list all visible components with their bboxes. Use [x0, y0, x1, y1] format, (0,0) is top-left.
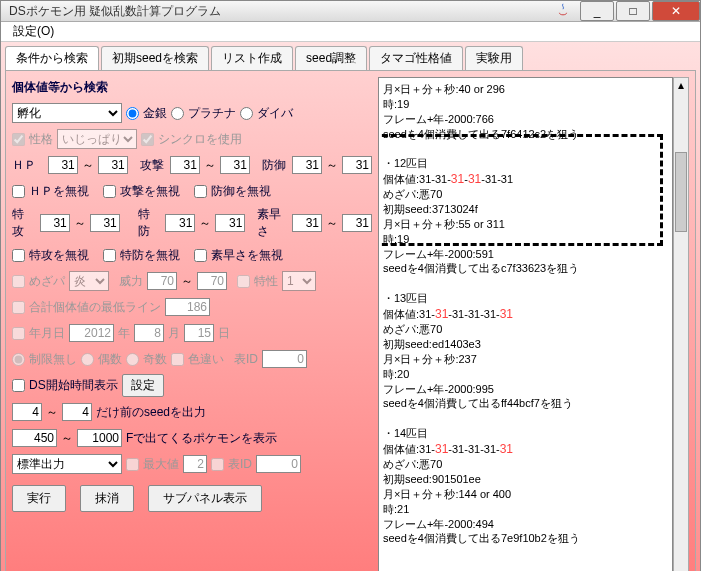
minimize-button[interactable]: _ — [580, 1, 614, 21]
section-heading: 個体値等から検索 — [12, 77, 372, 98]
ver-plat-label: プラチナ — [188, 105, 236, 122]
ability-label: 特性 — [254, 273, 278, 290]
ign-spe-label: 素早さを無視 — [211, 247, 283, 264]
seedbefore-a[interactable] — [12, 403, 42, 421]
output-select[interactable]: 標準出力 — [12, 454, 122, 474]
maximize-button[interactable]: □ — [616, 1, 650, 21]
tab-exp[interactable]: 実験用 — [465, 46, 523, 70]
max-label: 最大値 — [143, 456, 179, 473]
results-scrollbar[interactable]: ▴ ▾ — [673, 77, 689, 571]
ver-dia-radio[interactable] — [240, 107, 253, 120]
dsstart-check[interactable] — [12, 379, 25, 392]
ign-spe-check[interactable] — [194, 249, 207, 262]
dsstart-set-button[interactable]: 設定 — [122, 374, 164, 397]
close-button[interactable]: ✕ — [652, 1, 700, 21]
menu-settings[interactable]: 設定(O) — [7, 21, 60, 42]
ign-def-label: 防御を無視 — [211, 183, 271, 200]
app-window: DSポケモン用 疑似乱数計算プログラム _ □ ✕ 設定(O) 条件から検索 初… — [0, 0, 701, 571]
tab-list[interactable]: リスト作成 — [211, 46, 293, 70]
spe-label: 素早さ — [257, 206, 288, 240]
totalmin-input — [165, 298, 210, 316]
right-panel: 月×日＋分＋秒:40 or 296時:19フレーム+年-2000:766seed… — [378, 77, 689, 571]
ability-select: 1 — [282, 271, 316, 291]
atk-label: 攻撃 — [140, 157, 166, 174]
hp-max[interactable] — [98, 156, 128, 174]
limit-odd-radio — [126, 353, 139, 366]
framerange-label: Fで出てくるポケモンを表示 — [126, 430, 277, 447]
framerange-a[interactable] — [12, 429, 57, 447]
results-text[interactable]: 月×日＋分＋秒:40 or 296時:19フレーム+年-2000:766seed… — [378, 77, 673, 571]
nature-label: 性格 — [29, 131, 53, 148]
totalmin-check — [12, 301, 25, 314]
spe-max[interactable] — [342, 214, 372, 232]
spd-min[interactable] — [165, 214, 195, 232]
max-id-input — [256, 455, 301, 473]
spa-max[interactable] — [90, 214, 120, 232]
power-max — [197, 272, 227, 290]
ign-spa-label: 特攻を無視 — [29, 247, 89, 264]
menubar: 設定(O) — [1, 22, 700, 42]
hidden-label: めざパ — [29, 273, 65, 290]
def-label: 防御 — [262, 157, 288, 174]
power-min — [147, 272, 177, 290]
seedbefore-b[interactable] — [62, 403, 92, 421]
tab-search-cond[interactable]: 条件から検索 — [5, 46, 99, 70]
tab-seed-adj[interactable]: seed調整 — [295, 46, 367, 70]
highlight-box — [378, 134, 663, 246]
ign-spd-check[interactable] — [103, 249, 116, 262]
ver-plat-radio[interactable] — [171, 107, 184, 120]
java-icon — [554, 2, 572, 20]
shiny-check — [171, 353, 184, 366]
ign-spd-label: 特防を無視 — [120, 247, 180, 264]
spa-label: 特攻 — [12, 206, 36, 240]
tab-bar: 条件から検索 初期seedを検索 リスト作成 seed調整 タマゴ性格値 実験用 — [5, 46, 696, 70]
hidden-check — [12, 275, 25, 288]
left-panel: 個体値等から検索 孵化 金銀 プラチナ ダイバ 性格 いじっぱり シンクロを使用… — [12, 77, 372, 571]
month-input — [134, 324, 164, 342]
window-title: DSポケモン用 疑似乱数計算プログラム — [9, 3, 554, 20]
hp-min[interactable] — [48, 156, 78, 174]
spe-min[interactable] — [292, 214, 322, 232]
dsstart-label: DS開始時間表示 — [29, 377, 118, 394]
atk-max[interactable] — [220, 156, 250, 174]
limit-none-radio — [12, 353, 25, 366]
power-label: 威力 — [119, 273, 143, 290]
spd-label: 特防 — [138, 206, 162, 240]
max-id-check — [211, 458, 224, 471]
framerange-b[interactable] — [77, 429, 122, 447]
ability-check — [237, 275, 250, 288]
spd-max[interactable] — [215, 214, 245, 232]
limit-odd-label: 奇数 — [143, 351, 167, 368]
atk-min[interactable] — [170, 156, 200, 174]
shiny-label: 色違い — [188, 351, 224, 368]
def-min[interactable] — [292, 156, 322, 174]
tab-search-seed[interactable]: 初期seedを検索 — [101, 46, 209, 70]
run-button[interactable]: 実行 — [12, 485, 66, 512]
max-check — [126, 458, 139, 471]
limit-none-label: 制限無し — [29, 351, 77, 368]
ver-gold-radio[interactable] — [126, 107, 139, 120]
spa-min[interactable] — [40, 214, 70, 232]
nature-check — [12, 133, 25, 146]
clear-button[interactable]: 抹消 — [80, 485, 134, 512]
method-select[interactable]: 孵化 — [12, 103, 122, 123]
day-label: 日 — [218, 325, 230, 342]
ign-spa-check[interactable] — [12, 249, 25, 262]
subpanel-button[interactable]: サブパネル表示 — [148, 485, 262, 512]
tid-label: 表ID — [234, 351, 258, 368]
titlebar: DSポケモン用 疑似乱数計算プログラム _ □ ✕ — [1, 1, 700, 22]
tid-input — [262, 350, 307, 368]
ign-atk-label: 攻撃を無視 — [120, 183, 180, 200]
hidden-type-select: 炎 — [69, 271, 109, 291]
tab-egg[interactable]: タマゴ性格値 — [369, 46, 463, 70]
def-max[interactable] — [342, 156, 372, 174]
year-label: 年 — [118, 325, 130, 342]
date-label: 年月日 — [29, 325, 65, 342]
ign-atk-check[interactable] — [103, 185, 116, 198]
limit-even-radio — [81, 353, 94, 366]
ign-def-check[interactable] — [194, 185, 207, 198]
month-label: 月 — [168, 325, 180, 342]
ign-hp-label: ＨＰを無視 — [29, 183, 89, 200]
ign-hp-check[interactable] — [12, 185, 25, 198]
nature-select: いじっぱり — [57, 129, 137, 149]
